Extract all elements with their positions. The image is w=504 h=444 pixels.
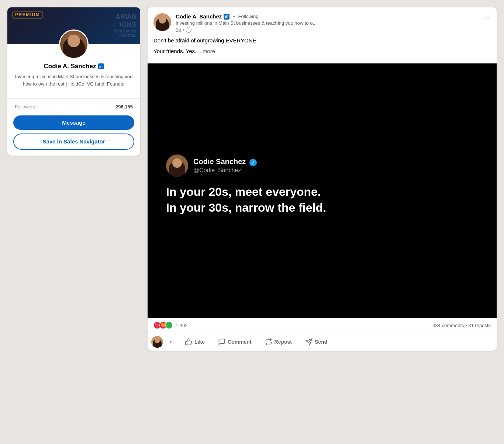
post-meta: 2d •: [176, 27, 317, 33]
reactions-count: 1,492: [176, 323, 188, 328]
post-header: Codie A. Sanchez in • Following Investin…: [148, 7, 497, 37]
right-panel: Codie A. Sanchez in • Following Investin…: [148, 7, 497, 437]
post-author-name: Codie A. Sanchez in • Following: [176, 13, 317, 20]
message-button[interactable]: Message: [13, 115, 134, 130]
profile-avatar-wrap: [59, 30, 89, 59]
post-body: Don't be afraid of outgrowing EVERYONE. …: [148, 37, 497, 63]
post-author-details: Codie A. Sanchez in • Following Investin…: [176, 13, 317, 33]
like-button[interactable]: Like: [178, 334, 211, 349]
followers-row: Followers 296,155: [13, 104, 134, 110]
followers-count: 296,155: [115, 104, 133, 110]
post-author-headline: Investing millions in Main St businesses…: [176, 20, 317, 26]
send-button[interactable]: Send: [298, 334, 334, 349]
followers-label: Followers: [15, 104, 35, 110]
profile-name: Codie A. Sanchez in: [15, 63, 133, 70]
current-user-avatar: [151, 336, 163, 348]
more-link[interactable]: ...more: [198, 48, 215, 54]
tweet-handle: @Codie_Sanchez: [193, 167, 257, 174]
reaction-icons: ❤️ 🧡 🌿 1,492: [153, 322, 188, 329]
tweet-avatar: [166, 155, 188, 177]
repost-icon: [265, 338, 272, 346]
caret-button[interactable]: ▾: [163, 336, 178, 348]
post-stats: 334 comments • 31 reposts: [432, 323, 491, 328]
send-icon: [305, 338, 313, 346]
banner-bg-text: ARIAN KING BestBrands CAPITAL: [114, 13, 137, 39]
embedded-media: Codie Sanchez ✓ @Codie_Sanchez In your 2…: [148, 63, 497, 318]
emoji-stack: ❤️ 🧡 🌿: [153, 322, 173, 329]
reactions-row: ❤️ 🧡 🌿 1,492 334 comments • 31 reposts: [148, 318, 497, 333]
linkedin-icon: in: [98, 63, 104, 69]
comments-count: 334 comments: [432, 323, 464, 328]
post-author-avatar: [153, 13, 171, 31]
save-navigator-button[interactable]: Save in Sales Navigator: [13, 133, 134, 150]
post-text-line2: Your friends. Yes. ...more: [153, 47, 491, 56]
premium-badge: PREMIUM: [13, 11, 42, 18]
following-badge: Following: [238, 14, 259, 19]
profile-card: PREMIUM ARIAN KING BestBrands CAPITAL Co…: [7, 7, 140, 156]
post-time: 2d: [176, 27, 181, 33]
left-panel: PREMIUM ARIAN KING BestBrands CAPITAL Co…: [7, 7, 140, 437]
profile-avatar: [59, 30, 89, 59]
tweet-name: Codie Sanchez ✓: [193, 157, 257, 166]
dropdown-caret-icon: ▾: [170, 340, 172, 344]
comment-icon: [218, 338, 225, 346]
avatar-image: [60, 30, 87, 59]
more-options-button[interactable]: ···: [481, 13, 491, 22]
reposts-count: 31 reposts: [468, 323, 491, 328]
post-card: Codie A. Sanchez in • Following Investin…: [148, 7, 497, 351]
profile-banner: PREMIUM ARIAN KING BestBrands CAPITAL: [7, 7, 140, 44]
comment-button[interactable]: Comment: [211, 334, 258, 349]
globe-icon: [186, 27, 191, 33]
card-content: Followers 296,155 Message Save in Sales …: [7, 104, 140, 156]
tweet-user-info: Codie Sanchez ✓ @Codie_Sanchez: [193, 157, 257, 174]
post-text-line1: Don't be afraid of outgrowing EVERYONE.: [153, 37, 491, 45]
post-author-info: Codie A. Sanchez in • Following Investin…: [153, 13, 317, 33]
post-linkedin-icon: in: [224, 14, 229, 20]
tweet-user-row: Codie Sanchez ✓ @Codie_Sanchez: [166, 155, 478, 177]
profile-headline: Investing millions in Main St businesses…: [15, 73, 133, 87]
tweet-body: In your 20s, meet everyone. In your 30s,…: [166, 184, 478, 216]
divider: [7, 98, 140, 99]
repost-button[interactable]: Repost: [258, 334, 298, 349]
dot-sep: •: [182, 27, 184, 33]
like-icon: [185, 338, 192, 346]
action-bar: ▾ Like Comment Repost Send: [148, 333, 497, 351]
clap-emoji: 🌿: [165, 322, 173, 329]
verified-icon: ✓: [249, 159, 257, 166]
